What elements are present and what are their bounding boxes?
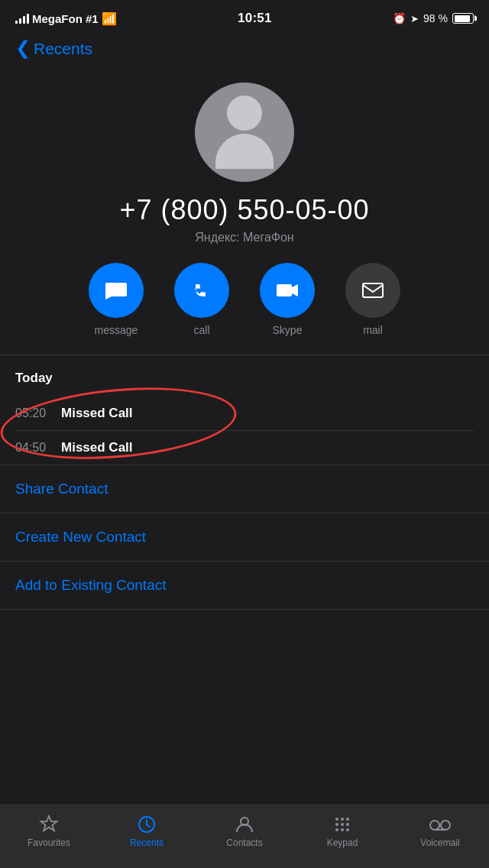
location-icon: ➤ — [410, 13, 419, 24]
contacts-icon — [235, 815, 254, 834]
svg-point-10 — [346, 818, 349, 821]
mail-button[interactable] — [345, 263, 400, 318]
back-label: Recents — [34, 40, 92, 58]
tab-label-keypad: Keypad — [327, 837, 358, 848]
svg-rect-2 — [363, 283, 383, 297]
nav-bar: ❮ Recents — [0, 34, 489, 67]
svg-point-17 — [430, 821, 439, 830]
status-right: ⏰ ➤ 98 % — [393, 12, 474, 24]
status-bar: MegaFon #1 📶 10:51 ⏰ ➤ 98 % — [0, 0, 489, 34]
contact-name: Яндекс: МегаФон — [195, 231, 293, 245]
signal-bar-3 — [23, 16, 25, 24]
tab-item-favourites[interactable]: Favourites — [18, 815, 79, 848]
share-contact-link[interactable]: Share Contact — [0, 465, 489, 513]
signal-bars — [15, 13, 29, 24]
status-time: 10:51 — [238, 11, 272, 26]
mail-icon — [361, 278, 385, 303]
call-entry-2: 04:50 Missed Call — [15, 431, 474, 465]
svg-point-15 — [341, 828, 344, 831]
mail-label: mail — [363, 324, 383, 336]
svg-point-13 — [346, 823, 349, 826]
video-icon — [275, 278, 300, 303]
svg-point-18 — [441, 821, 450, 830]
wifi-icon: 📶 — [102, 11, 117, 26]
tab-bar: Favourites Recents Contacts Keypa — [0, 805, 489, 868]
avatar-person — [215, 96, 274, 169]
create-contact-label: Create New Contact — [15, 529, 146, 545]
message-button[interactable] — [89, 263, 144, 318]
add-existing-link[interactable]: Add to Existing Contact — [0, 562, 489, 610]
keypad-icon — [332, 815, 352, 834]
call-type-2: Missed Call — [61, 440, 133, 455]
create-contact-link[interactable]: Create New Contact — [0, 513, 489, 562]
skype-label: Skype — [273, 324, 303, 336]
call-entry-1: 05:20 Missed Call — [15, 397, 474, 431]
tab-label-voicemail: Voicemail — [420, 837, 459, 848]
recents-icon — [137, 815, 157, 834]
action-item-message[interactable]: message — [89, 263, 144, 336]
tab-label-favourites: Favourites — [28, 837, 70, 848]
call-button[interactable] — [174, 263, 229, 318]
status-left: MegaFon #1 📶 — [15, 11, 117, 26]
call-label: call — [193, 324, 209, 336]
svg-point-14 — [335, 828, 338, 831]
call-icon — [189, 278, 214, 303]
call-time-2: 04:50 — [15, 441, 61, 455]
action-item-skype[interactable]: Skype — [260, 263, 315, 336]
star-icon — [39, 815, 59, 834]
call-log-section: Today 05:20 Missed Call 04:50 Missed Cal… — [0, 355, 489, 465]
battery-percent: 98 % — [423, 12, 448, 24]
phone-number: +7 (800) 550-05-00 — [119, 194, 369, 226]
action-item-call[interactable]: call — [174, 263, 229, 336]
action-buttons: message call Skype — [15, 263, 474, 336]
svg-point-12 — [341, 823, 344, 826]
svg-point-16 — [346, 828, 349, 831]
signal-bar-4 — [27, 14, 29, 24]
skype-button[interactable] — [260, 263, 315, 318]
back-button[interactable]: ❮ Recents — [15, 40, 474, 58]
signal-bar-2 — [19, 18, 21, 24]
bottom-spacer — [0, 610, 489, 686]
message-label: message — [95, 324, 138, 336]
voicemail-icon — [429, 815, 452, 834]
svg-line-6 — [147, 824, 150, 827]
contact-section: +7 (800) 550-05-00 Яндекс: МегаФон messa… — [0, 67, 489, 355]
action-item-mail[interactable]: mail — [345, 263, 400, 336]
tab-item-contacts[interactable]: Contacts — [214, 815, 275, 848]
battery-indicator — [452, 13, 474, 24]
share-contact-label: Share Contact — [15, 481, 108, 497]
tab-item-recents[interactable]: Recents — [116, 815, 177, 848]
svg-rect-0 — [277, 284, 292, 296]
avatar-body — [215, 134, 274, 169]
tab-label-recents: Recents — [130, 837, 164, 848]
tab-label-contacts: Contacts — [226, 837, 262, 848]
svg-marker-1 — [292, 284, 298, 296]
tab-item-voicemail[interactable]: Voicemail — [410, 815, 471, 848]
svg-point-8 — [335, 818, 338, 821]
call-type-1: Missed Call — [61, 406, 133, 421]
carrier-label: MegaFon #1 — [32, 12, 99, 25]
add-existing-label: Add to Existing Contact — [15, 577, 167, 593]
alarm-icon: ⏰ — [393, 12, 406, 24]
avatar-head — [227, 96, 262, 131]
svg-marker-3 — [41, 816, 57, 831]
call-log-title: Today — [15, 371, 474, 386]
message-icon — [104, 278, 128, 303]
avatar — [195, 83, 294, 182]
chevron-left-icon: ❮ — [15, 39, 31, 57]
call-entries: 05:20 Missed Call 04:50 Missed Call — [15, 397, 474, 465]
signal-bar-1 — [15, 21, 18, 24]
action-links: Share Contact Create New Contact Add to … — [0, 465, 489, 610]
svg-point-11 — [335, 823, 338, 826]
tab-item-keypad[interactable]: Keypad — [312, 815, 373, 848]
svg-point-9 — [341, 818, 344, 821]
call-time-1: 05:20 — [15, 406, 61, 420]
